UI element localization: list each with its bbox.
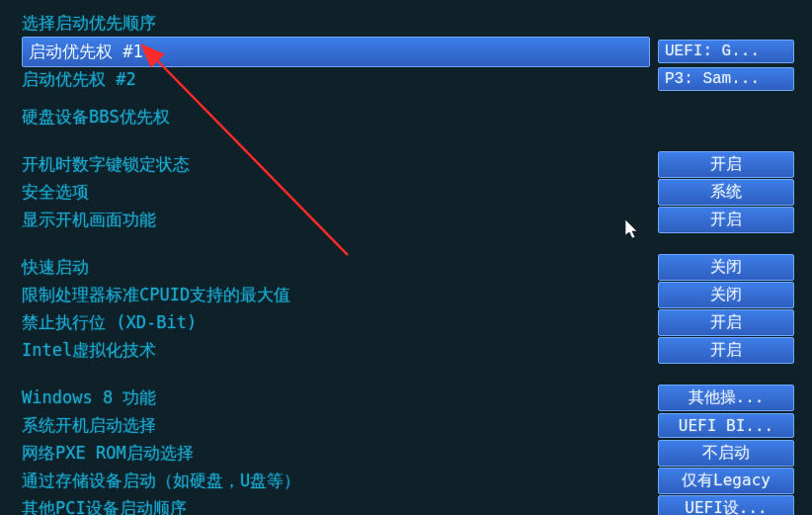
bootlogo-row[interactable]: 显示开机画面功能 开启	[22, 207, 794, 232]
boot-priority-2-label: 启动优先权 #2	[22, 68, 658, 91]
win8-row[interactable]: Windows 8 功能 其他操...	[22, 385, 794, 410]
win8-value[interactable]: 其他操...	[658, 385, 794, 411]
cpuid-row[interactable]: 限制处理器标准CPUID支持的最大值 关闭	[22, 282, 794, 307]
boot-priority-1-value[interactable]: UEFI: G...	[658, 40, 794, 63]
sysboot-row[interactable]: 系统开机启动选择 UEFI BI...	[22, 412, 794, 438]
win8-label: Windows 8 功能	[22, 386, 658, 409]
storage-row[interactable]: 通过存储设备启动（如硬盘，U盘等） 仅有Legacy	[22, 468, 794, 493]
fastboot-row[interactable]: 快速启动 关闭	[22, 254, 794, 280]
security-value[interactable]: 系统	[658, 179, 794, 206]
pci-value[interactable]: UEFI设...	[658, 495, 794, 516]
boot-priority-1-label: 启动优先权 #1	[22, 37, 650, 67]
intelvt-label: Intel虚拟化技术	[22, 339, 658, 362]
cpuid-value[interactable]: 关闭	[658, 282, 794, 308]
pci-label: 其他PCI设备启动顺序	[22, 497, 658, 516]
hdd-bbs-label: 硬盘设备BBS优先权	[22, 106, 794, 129]
numlock-value[interactable]: 开启	[658, 151, 794, 178]
security-label: 安全选项	[22, 181, 658, 204]
boot-priority-2-value[interactable]: P3: Sam...	[658, 67, 794, 91]
fastboot-value[interactable]: 关闭	[658, 254, 794, 281]
xdbit-row[interactable]: 禁止执行位 (XD-Bit) 开启	[22, 309, 794, 335]
fastboot-label: 快速启动	[22, 256, 658, 279]
boot-priority-2-row[interactable]: 启动优先权 #2 P3: Sam...	[22, 66, 794, 92]
sysboot-value[interactable]: UEFI BI...	[658, 413, 794, 438]
bootlogo-label: 显示开机画面功能	[22, 209, 658, 231]
boot-priority-1-row[interactable]: 启动优先权 #1 UEFI: G...	[22, 39, 794, 64]
xdbit-label: 禁止执行位 (XD-Bit)	[22, 311, 658, 334]
hdd-bbs-row[interactable]: 硬盘设备BBS优先权	[22, 104, 794, 129]
pci-row[interactable]: 其他PCI设备启动顺序 UEFI设...	[22, 495, 794, 515]
numlock-row[interactable]: 开机时数字键锁定状态 开启	[22, 151, 794, 177]
storage-label: 通过存储设备启动（如硬盘，U盘等）	[22, 470, 658, 492]
pxe-value[interactable]: 不启动	[658, 440, 794, 467]
storage-value[interactable]: 仅有Legacy	[658, 468, 794, 494]
xdbit-value[interactable]: 开启	[658, 309, 794, 336]
pxe-label: 网络PXE ROM启动选择	[22, 442, 658, 465]
numlock-label: 开机时数字键锁定状态	[22, 153, 658, 176]
security-row[interactable]: 安全选项 系统	[22, 179, 794, 205]
cpuid-label: 限制处理器标准CPUID支持的最大值	[22, 284, 658, 306]
intelvt-row[interactable]: Intel虚拟化技术 开启	[22, 337, 794, 363]
sysboot-label: 系统开机启动选择	[22, 414, 658, 437]
intelvt-value[interactable]: 开启	[658, 337, 794, 364]
pxe-row[interactable]: 网络PXE ROM启动选择 不启动	[22, 440, 794, 466]
bootlogo-value[interactable]: 开启	[658, 207, 794, 233]
section-title: 选择启动优先顺序	[22, 12, 794, 35]
